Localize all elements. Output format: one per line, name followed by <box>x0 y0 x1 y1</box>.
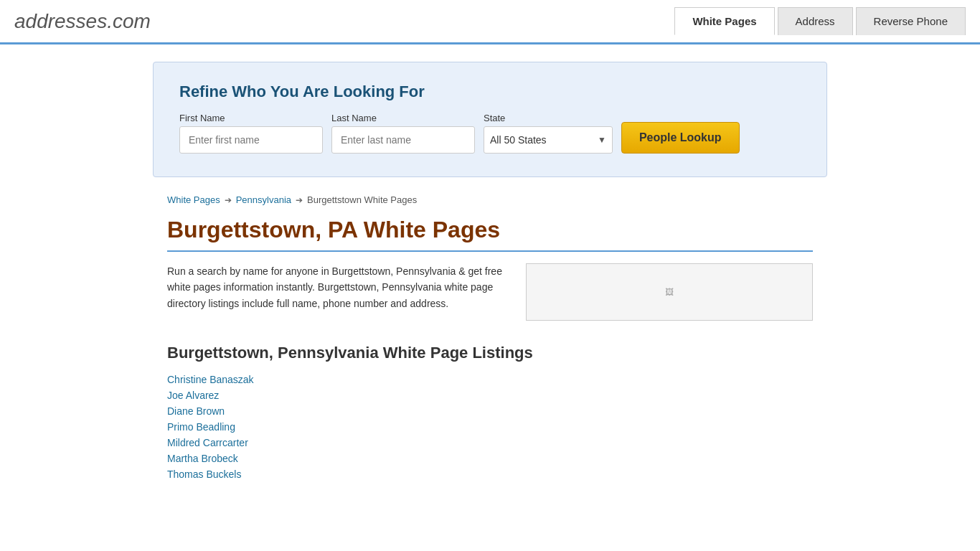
state-label: State <box>484 113 613 123</box>
state-select[interactable]: All 50 States Alabama Alaska Arizona Ark… <box>484 127 592 153</box>
first-name-field: First Name <box>179 113 323 154</box>
listing-link[interactable]: Thomas Buckels <box>167 468 241 480</box>
ad-placeholder: 🖼 <box>665 287 674 297</box>
breadcrumb: White Pages ➔ Pennsylvania ➔ Burgettstow… <box>167 194 813 205</box>
listing-link[interactable]: Mildred Carrcarter <box>167 437 248 448</box>
listing-link[interactable]: Joe Alvarez <box>167 390 219 401</box>
list-item: Diane Brown <box>167 405 813 417</box>
listing-link[interactable]: Martha Brobeck <box>167 453 238 464</box>
list-item: Joe Alvarez <box>167 390 813 401</box>
breadcrumb-arrow-2: ➔ <box>296 195 303 205</box>
first-name-label: First Name <box>179 113 323 123</box>
list-item: Martha Brobeck <box>167 453 813 464</box>
header: addresses.com White Pages Address Revers… <box>0 0 980 44</box>
breadcrumb-pennsylvania[interactable]: Pennsylvania <box>236 194 291 205</box>
site-logo: addresses.com <box>14 10 151 33</box>
list-item: Mildred Carrcarter <box>167 437 813 448</box>
list-item: Primo Beadling <box>167 421 813 433</box>
list-item: Thomas Buckels <box>167 468 813 480</box>
tab-white-pages[interactable]: White Pages <box>674 7 774 35</box>
breadcrumb-white-pages[interactable]: White Pages <box>167 194 220 205</box>
listing-link[interactable]: Diane Brown <box>167 405 225 417</box>
page-title: Burgettstown, PA White Pages <box>167 217 813 252</box>
main-content: White Pages ➔ Pennsylvania ➔ Burgettstow… <box>153 194 827 509</box>
page-description: Run a search by name for anyone in Burge… <box>167 263 509 321</box>
last-name-field: Last Name <box>331 113 475 154</box>
listing-link[interactable]: Primo Beadling <box>167 421 235 433</box>
tab-address[interactable]: Address <box>778 7 853 35</box>
list-item: Christine Banaszak <box>167 374 813 385</box>
search-title: Refine Who You Are Looking For <box>179 83 801 101</box>
content-row: Run a search by name for anyone in Burge… <box>167 263 813 321</box>
select-arrow-icon: ▼ <box>592 128 612 152</box>
listings-list: Christine BanaszakJoe AlvarezDiane Brown… <box>167 374 813 480</box>
breadcrumb-current: Burgettstown White Pages <box>307 194 417 205</box>
search-form: First Name Last Name State All 50 States… <box>179 113 801 154</box>
listing-link[interactable]: Christine Banaszak <box>167 374 254 385</box>
state-select-wrap: All 50 States Alabama Alaska Arizona Ark… <box>484 126 613 154</box>
tab-reverse-phone[interactable]: Reverse Phone <box>856 7 966 35</box>
breadcrumb-arrow-1: ➔ <box>225 195 232 205</box>
last-name-input[interactable] <box>331 126 475 154</box>
nav-tabs: White Pages Address Reverse Phone <box>674 7 966 35</box>
search-container: Refine Who You Are Looking For First Nam… <box>153 62 827 177</box>
state-field: State All 50 States Alabama Alaska Arizo… <box>484 113 613 154</box>
last-name-label: Last Name <box>331 113 475 123</box>
ad-box: 🖼 <box>526 263 813 321</box>
listings-title: Burgettstown, Pennsylvania White Page Li… <box>167 344 813 362</box>
people-lookup-button[interactable]: People Lookup <box>621 122 740 154</box>
first-name-input[interactable] <box>179 126 323 154</box>
